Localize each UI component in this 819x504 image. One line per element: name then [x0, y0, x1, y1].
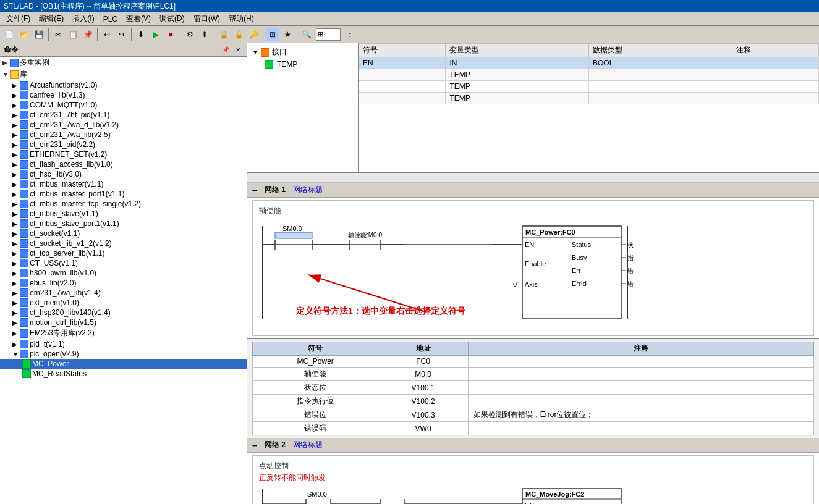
tree-item-lib[interactable]: ▶ ct_em231_7wa_lib(v2.5)	[0, 130, 247, 140]
tree-item-lib[interactable]: ▶ ETHERNET_SET(v1.2)	[0, 149, 247, 159]
tree-item-lib[interactable]: ▶ em231_7wa_lib(v1.4)	[0, 288, 247, 298]
lib-item-icon	[20, 150, 28, 159]
lib-item-icon	[20, 81, 28, 90]
download-button[interactable]: ⬇	[134, 28, 148, 41]
lib-item-arrow: ▶	[12, 230, 20, 237]
stop-button[interactable]: ■	[164, 28, 177, 41]
ladder-area[interactable]: – 网络 1 网络标题 轴使能	[247, 173, 819, 504]
menu-insert[interactable]: 插入(I)	[69, 12, 98, 25]
grid-button[interactable]: ⊞	[266, 28, 279, 41]
header-spacer	[247, 173, 819, 183]
tree-item-lib[interactable]: ▶ ct_mbus_slave_port1(v1.1)	[0, 219, 247, 229]
iface-row[interactable]: TEMP	[359, 81, 819, 93]
panel-pin-button[interactable]: 📌	[221, 45, 231, 55]
menu-file[interactable]: 文件(F)	[2, 12, 34, 25]
lib-item-arrow: ▶	[12, 171, 20, 178]
tree-item-lib[interactable]: ▶ Arcusfunctions(v1.0)	[0, 80, 247, 90]
menu-debug[interactable]: 调试(D)	[156, 12, 189, 25]
monitor-button[interactable]: ↕	[343, 28, 357, 41]
mc-read-item[interactable]: MC_ReadStatus	[0, 369, 247, 379]
tree-item-lib[interactable]: ▶ ct_em231_7hf_pid(v1.1)	[0, 110, 247, 120]
tree-item-multi[interactable]: ▶ 多重实例	[0, 57, 247, 69]
tree-item-lib[interactable]: ▶ motion_ctrl_lib(v1.5)	[0, 317, 247, 327]
tree-item-lib[interactable]: ▶ ct_hsp300_libv140(v1.4)	[0, 308, 247, 317]
tree-item-lib[interactable]: ▶ ct_mbus_master_tcp_single(v1.2)	[0, 199, 247, 209]
compile-button[interactable]: ⚙	[183, 28, 197, 41]
svg-text:0: 0	[513, 280, 517, 288]
open-button[interactable]: 📂	[17, 28, 31, 41]
sym-symbol: 错误位	[253, 408, 378, 422]
copy-button[interactable]: 📋	[66, 28, 80, 41]
lib-item-icon	[20, 91, 28, 99]
unlock-button[interactable]: 🔓	[232, 28, 245, 41]
lock-button[interactable]: 🔒	[217, 28, 231, 41]
sym-col-address: 地址	[378, 342, 468, 356]
menu-plc[interactable]: PLC	[100, 14, 121, 25]
menu-view[interactable]: 查看(V)	[122, 12, 155, 25]
key-button[interactable]: 🔑	[247, 28, 260, 41]
tree-item-lib[interactable]: ▶ ct_mbus_master(v1.1)	[0, 179, 247, 189]
left-panel-header: 命令 📌 ✕	[0, 43, 247, 57]
network1-title: 网络标题	[293, 185, 323, 195]
lib-item-label: ext_mem(v1.0)	[30, 298, 79, 307]
lib-item-icon	[20, 140, 28, 149]
lib-item-icon	[20, 200, 28, 208]
tree-item-lib[interactable]: ▶ ct_mbus_slave(v1.1)	[0, 209, 247, 219]
lib-item-arrow: ▶	[12, 260, 20, 267]
iface-row[interactable]: EN IN BOOL	[359, 57, 819, 69]
tree-item-lib[interactable]: ▶ ct_em231_7wa_d_lib(v1.2)	[0, 120, 247, 130]
new-button[interactable]: 📄	[2, 28, 16, 41]
lib-item-label: em231_7wa_lib(v1.4)	[30, 288, 101, 297]
tree-item-lib[interactable]: ▶ CT_USS(v1.1)	[0, 258, 247, 268]
interface-root[interactable]: ▼ I 接口	[250, 46, 355, 59]
tree-item-lib[interactable]: ▶ ct_em231_pid(v2.2)	[0, 140, 247, 149]
tree-item-lib[interactable]: ▶ ct_hsc_lib(v3.0)	[0, 169, 247, 179]
lib-item-label: CT_USS(v1.1)	[30, 259, 78, 267]
save-button[interactable]: 💾	[32, 28, 46, 41]
tree-item-lib[interactable]: ▶ ext_mem(v1.0)	[0, 298, 247, 308]
tree-item-lib[interactable]: ▶ canfree_lib(v1.3)	[0, 90, 247, 100]
panel-close-button[interactable]: ✕	[233, 45, 243, 55]
menu-window[interactable]: 窗口(W)	[190, 12, 224, 25]
tree-item-lib[interactable]: ▶ EM253专用库(v2.2)	[0, 327, 247, 339]
run-button[interactable]: ▶	[149, 28, 163, 41]
tree-item-lib[interactable]: ▶ ct_mbus_master_port1(v1.1)	[0, 189, 247, 199]
left-panel-title: 命令	[4, 44, 19, 55]
iface-row[interactable]: TEMP	[359, 69, 819, 81]
menu-edit[interactable]: 编辑(E)	[35, 12, 67, 25]
tree-item-lib[interactable]: ▶ ct_socket_lib_v1_2(v1.2)	[0, 238, 247, 248]
tree-item-lib[interactable]: ▶ ct_tcp_server_lib(v1.1)	[0, 248, 247, 258]
lib-item-icon	[20, 229, 28, 238]
tree-item-plcopen-inner[interactable]: ▼ plc_open(v2.9)	[0, 349, 247, 359]
collapse-icon-n2[interactable]: –	[252, 440, 257, 450]
redo-button[interactable]: ↪	[115, 28, 129, 41]
upload-button[interactable]: ⬆	[198, 28, 211, 41]
tree-item-lib[interactable]: ▶ ct_flash_access_lib(v1.0)	[0, 159, 247, 169]
bookmark-button[interactable]: ★	[281, 28, 294, 41]
tree-item-lib[interactable]: ▶ COMM_MQTT(v1.0)	[0, 100, 247, 110]
tree-item-lib[interactable]: ▶ ct_socket(v1.1)	[0, 229, 247, 238]
right-panel: ▼ I 接口 TEMP 符号 变量类型 数据类型	[247, 43, 819, 504]
tree-item-library[interactable]: ▼ 库	[0, 69, 247, 80]
menu-help[interactable]: 帮助(H)	[225, 12, 258, 25]
svg-text:状态位:V100.1: 状态位:V100.1	[627, 242, 634, 248]
if-temp-label: TEMP	[277, 60, 297, 69]
undo-button[interactable]: ↩	[100, 28, 114, 41]
interface-data-table: 符号 变量类型 数据类型 注释 EN IN BOOL TEMP TEMP TE	[359, 43, 819, 104]
iface-row[interactable]: TEMP	[359, 93, 819, 104]
interface-temp[interactable]: TEMP	[250, 59, 355, 70]
tree-item-lib[interactable]: ▶ h300_pwm_lib(v1.0)	[0, 268, 247, 278]
menu-bar: 文件(F) 编辑(E) 插入(I) PLC 查看(V) 调试(D) 窗口(W) …	[0, 12, 819, 26]
cut-button[interactable]: ✂	[51, 28, 65, 41]
lib-item-icon	[20, 298, 28, 307]
lib-item-label: motion_ctrl_lib(v1.5)	[30, 318, 96, 327]
if-db-icon: I	[261, 48, 269, 57]
collapse-icon-n1[interactable]: –	[252, 185, 257, 195]
svg-text:SM0.0: SM0.0	[282, 225, 302, 232]
zoom-button[interactable]: 🔍	[300, 28, 313, 41]
mc-power-item[interactable]: MC_Power	[0, 359, 247, 369]
paste-button[interactable]: 📌	[81, 28, 95, 41]
tree-item-lib[interactable]: ▶ pid_t(v1.1)	[0, 339, 247, 349]
tree-item-lib[interactable]: ▶ ebus_lib(v2.0)	[0, 278, 247, 288]
lib-item-icon	[20, 259, 28, 267]
